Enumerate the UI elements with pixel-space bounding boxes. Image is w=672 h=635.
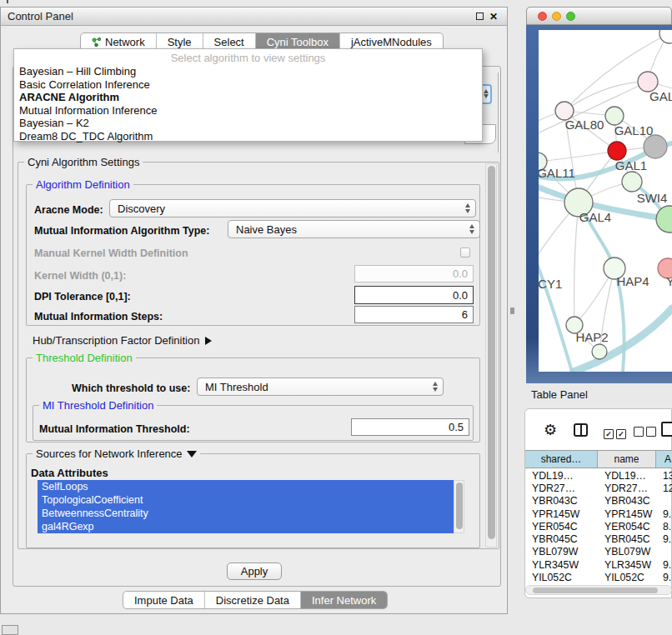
tab-jactivemnodules[interactable]: jActiveMNodules [340, 33, 443, 50]
table-row[interactable]: YBR045CYBR045C9. [525, 532, 672, 545]
checked-box-icon: ✓ [616, 429, 626, 439]
data-attributes-list[interactable]: SelfLoopsTopologicalCoefficientBetweenne… [38, 480, 454, 533]
network-canvas[interactable]: GALGAL80GAL10GAL1GAL11SWI4GAL4GCY1HAP4YH… [539, 30, 672, 372]
control-panel-titlebar[interactable]: Control Panel ✕ [1, 8, 507, 26]
attribute-item-betweennesscentrality[interactable]: BetweennessCentrality [38, 507, 454, 520]
network-node[interactable] [622, 172, 642, 192]
settings-scrollbar-thumb[interactable] [488, 166, 495, 539]
close-icon[interactable]: ✕ [489, 12, 498, 22]
select-all-checks-icon[interactable]: ✓✓ [604, 425, 629, 440]
algorithm-option-basic-correlation-inference[interactable]: Basic Correlation Inference [14, 78, 482, 92]
float-window-icon[interactable] [476, 12, 484, 20]
algorithm-definition-title: Algorithm Definition [33, 178, 133, 191]
gear-icon[interactable]: ⚙ [544, 422, 557, 438]
table-cell: 9. [656, 508, 672, 520]
column-header-shared-name[interactable]: shared… [525, 451, 598, 468]
zoom-traffic-light[interactable] [566, 12, 575, 21]
panel-divider-handle[interactable] [510, 308, 514, 314]
table-row[interactable]: YLR345WYLR345W9. [525, 558, 672, 571]
dock-panel-icon[interactable] [2, 625, 18, 635]
table-cell: YBL079W [598, 546, 656, 558]
manual-kernel-label: Manual Kernel Width Definition [34, 248, 188, 259]
aracne-mode-combo[interactable]: Discovery [109, 199, 476, 218]
network-node[interactable] [592, 344, 607, 359]
table-cell: YER054C [598, 521, 656, 532]
table-cell: YER054C [525, 521, 598, 532]
collapse-arrow-icon[interactable] [187, 451, 197, 458]
table-header-row: shared… name A [525, 450, 672, 468]
new-table-icon[interactable] [661, 422, 672, 437]
network-edge[interactable] [574, 202, 579, 325]
minimize-traffic-light[interactable] [552, 12, 561, 21]
table-row[interactable]: YPR145WYPR145W9. [525, 508, 672, 520]
tab-infer-network[interactable]: Infer Network [301, 592, 387, 608]
mi-steps-field[interactable]: 6 [354, 306, 474, 323]
list-scrollbar-track[interactable] [454, 480, 464, 533]
algorithm-option-mutual-information-inference[interactable]: Mutual Information Inference [14, 104, 482, 118]
table-cell: YDL19… [598, 470, 656, 482]
which-threshold-combo[interactable]: MI Threshold [197, 378, 444, 396]
network-node[interactable] [659, 30, 672, 43]
table-row[interactable]: YER054CYER054C8. [525, 520, 672, 532]
table-cell: YDR27… [598, 482, 656, 494]
tab-network[interactable]: Network [81, 33, 157, 50]
manual-kernel-checkbox[interactable] [460, 248, 470, 258]
tab-label: Network [105, 36, 145, 48]
network-node[interactable] [644, 135, 667, 158]
mi-threshold-field[interactable]: 0.5 [351, 418, 469, 436]
table-hscrollbar-thumb[interactable] [533, 588, 658, 593]
table-hscrollbar-track[interactable] [525, 585, 672, 595]
tab-discretize-data[interactable]: Discretize Data [205, 592, 301, 608]
algorithm-option-bayesian-k2[interactable]: Bayesian – K2 [14, 117, 482, 130]
table-cell: YIL052C [525, 572, 598, 583]
table-row[interactable]: YIL052CYIL052C9. [525, 571, 672, 583]
tab-label: Select [214, 36, 244, 48]
network-node[interactable] [656, 206, 672, 232]
table-row[interactable]: YDR27…YDR27…12 [525, 482, 672, 494]
sources-group-title: Sources for Network Inference [36, 448, 183, 460]
table-cell: YBR045C [598, 533, 656, 545]
column-header-partial[interactable]: A [656, 451, 672, 468]
apply-button[interactable]: Apply [227, 562, 282, 580]
attribute-item-gal4rgexp[interactable]: gal4RGexp [38, 520, 454, 533]
algorithm-option-dream8-dc-tdc-algorithm[interactable]: Dream8 DC_TDC Algorithm [14, 130, 482, 143]
deselect-all-checks-icon[interactable] [634, 425, 659, 440]
network-edge[interactable] [564, 82, 648, 111]
network-graph[interactable]: GALGAL80GAL10GAL1GAL11SWI4GAL4GCY1HAP4YH… [539, 30, 672, 372]
dpi-tolerance-field[interactable]: 0.0 [354, 286, 474, 304]
expand-arrow-icon[interactable] [205, 337, 212, 345]
hub-definition-expander[interactable]: Hub/Transcription Factor Definition [33, 334, 212, 347]
network-view-titlebar[interactable] [526, 7, 672, 25]
node-label: GCY1 [539, 277, 562, 291]
tab-cyni-toolbox[interactable]: Cyni Toolbox [256, 33, 340, 50]
network-edge-highlighted[interactable] [539, 237, 572, 372]
tab-impute-data[interactable]: Impute Data [123, 592, 205, 608]
network-edge[interactable] [539, 151, 617, 162]
network-node[interactable] [605, 107, 624, 125]
table-panel-title: Table Panel [531, 388, 588, 401]
table-row[interactable]: YDL19…YDL19…13 [525, 469, 672, 482]
control-panel-window: Control Panel ✕ NetworkStyleSelectCyni T… [0, 7, 508, 614]
network-node[interactable] [608, 142, 626, 160]
tab-select[interactable]: Select [203, 33, 256, 50]
attribute-item-selfloops[interactable]: SelfLoops [38, 480, 454, 493]
table-row[interactable]: YBR043CYBR043C [525, 495, 672, 508]
mi-type-combo[interactable]: Naive Bayes [228, 220, 480, 238]
close-traffic-light[interactable] [538, 12, 547, 21]
table-cell: YIL052C [598, 572, 656, 583]
algorithm-option-aracne-algorithm[interactable]: ARACNE Algorithm [14, 91, 482, 104]
algorithm-option-bayesian-hill-climbing[interactable]: Bayesian – Hill Climbing [14, 65, 482, 78]
table-cell: 13 [656, 470, 672, 482]
table-cell: YBR045C [525, 533, 598, 545]
kernel-width-field[interactable]: 0.0 [354, 265, 474, 282]
spinner-arrows-icon [465, 203, 470, 213]
tab-style[interactable]: Style [157, 33, 203, 50]
list-scrollbar-thumb[interactable] [456, 482, 463, 529]
column-header-name[interactable]: name [598, 451, 656, 468]
columns-icon[interactable] [574, 423, 588, 437]
table-cell: 12 [656, 482, 672, 494]
attribute-item-topologicalcoefficient[interactable]: TopologicalCoefficient [38, 493, 454, 507]
table-row[interactable]: YBL079WYBL079W [525, 546, 672, 558]
node-label: GAL4 [579, 210, 611, 224]
settings-scrollbar-track[interactable] [485, 163, 497, 548]
